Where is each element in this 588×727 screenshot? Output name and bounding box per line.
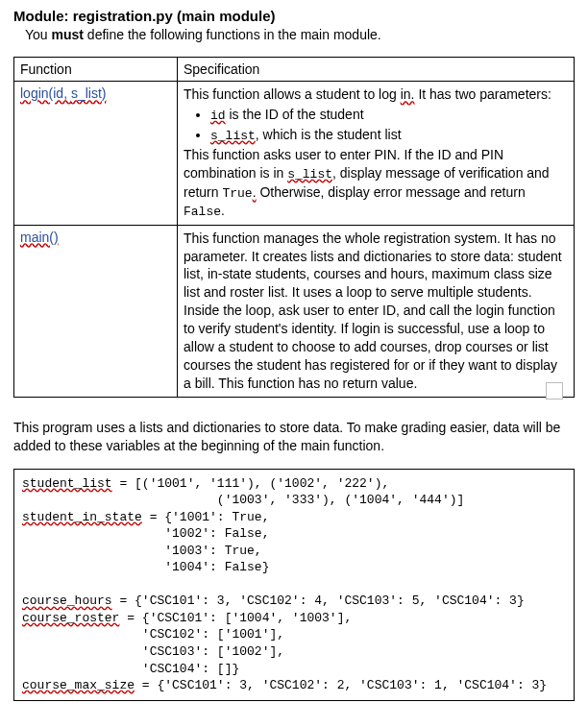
table-row: main() This function manages the whole r… [14,225,575,397]
code-line: 'CSC104': []} [22,662,239,676]
sub-pre: You [25,27,48,42]
fn-main-name: main() [20,230,59,245]
code-line: '1004': False} [22,560,269,574]
fn-cell-login: login(id, s_list) [14,82,178,226]
var-student-list: student_list [22,476,112,491]
module-sub: You must define the following functions … [0,26,588,53]
module-name: registration.py (main module) [73,8,276,24]
var-course-max-size: course_max_size [22,678,135,692]
var-course-hours: course_hours [22,594,112,608]
table-header-row: Function Specification [14,58,575,82]
header-spec: Specification [178,58,575,82]
code-id: id [210,109,226,123]
spec-login-l1a: This function allows a student to log [184,86,397,102]
code-line: = {'CSC101': 3, 'CSC102': 2, 'CSC103': 1… [135,678,547,692]
code-line: = {'1001': True, [142,510,270,524]
code-line [22,577,30,592]
code-false: False [184,205,221,219]
spec-login-l1c: It has two parameters: [418,86,551,102]
code-line: ('1003', '333'), ('1004', '444')] [22,493,464,507]
fn-login-close: ) [102,85,107,101]
var-student-in-state: student_in_state [22,510,142,524]
code-line: '1003': True, [22,544,262,558]
code-line: '1002': False, [22,526,269,541]
spec-login-dot2: . [221,203,225,218]
spec-cell-login: This function allows a student to log in… [178,82,575,226]
spec-login-in: in. [401,86,415,102]
code-true: True [222,186,252,201]
spec-login-l2f: Otherwise, display error message and ret… [259,184,525,200]
fn-cell-main: main() [14,225,178,397]
code-line: = [('1001', '111'), ('1002', '222'), [112,476,390,491]
bullet-id-txt: is the ID of the student [230,107,364,122]
code-line: 'CSC102': ['1001'], [22,627,284,642]
fn-login-arg2: s_list [71,85,102,101]
header-function: Function [14,58,178,82]
code-line: = {'CSC101': ['1004', '1003'], [119,611,352,625]
sub-bold: must [52,27,84,42]
list-item: s_list, which is the student list [210,126,568,145]
code-slist2: s_list [287,167,332,182]
fn-login-name: login(id, [20,85,67,101]
module-header: Module: registration.py (main module) [0,0,588,26]
code-line: 'CSC103': ['1002'], [22,644,284,659]
code-block: student_list = [('1001', '111'), ('1002'… [13,469,575,701]
module-label: Module: [13,8,69,24]
placeholder-box [546,382,563,400]
spec-login-dot1: . [253,184,257,200]
intertext: This program uses a lists and dictionari… [0,398,588,465]
spec-cell-main: This function manages the whole registra… [178,225,575,397]
code-line: = {'CSC101': 3, 'CSC102': 4, 'CSC103': 5… [112,594,525,608]
table-row: login(id, s_list) This function allows a… [14,82,575,226]
list-item: id is the ID of the student [210,106,568,125]
spec-table: Function Specification login(id, s_list)… [13,57,575,398]
bullet-slist-post: , which is the student list [256,127,402,142]
param-bullets: id is the ID of the student s_list, whic… [210,106,568,144]
sub-post: define the following functions in the ma… [87,27,381,42]
var-course-roster: course_roster [22,611,119,625]
code-slist: s_list [210,129,256,143]
